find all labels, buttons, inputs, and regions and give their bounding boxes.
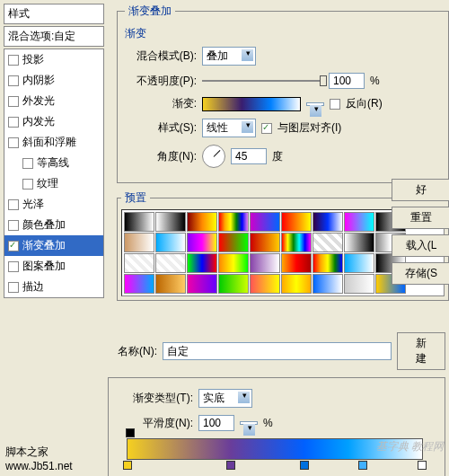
preset-swatch-24[interactable]	[313, 253, 343, 273]
style-label: 等高线	[37, 155, 69, 171]
preset-swatch-30[interactable]	[218, 274, 249, 294]
checkbox[interactable]	[8, 137, 19, 148]
preset-swatch-3[interactable]	[218, 212, 249, 232]
smooth-dropdown[interactable]	[240, 421, 258, 425]
checkbox[interactable]	[8, 220, 19, 231]
preset-swatch-15[interactable]	[313, 233, 343, 252]
save-button[interactable]: 存储(S	[392, 262, 449, 285]
preset-swatch-22[interactable]	[250, 253, 280, 273]
blend-options[interactable]: 混合选项:自定	[4, 26, 104, 47]
color-stop[interactable]	[300, 461, 309, 470]
style-item-纹理[interactable]: 纹理	[4, 173, 103, 194]
preset-swatch-0[interactable]	[124, 212, 154, 232]
group-legend: 渐变叠加	[125, 4, 175, 19]
preset-swatch-27[interactable]	[124, 274, 154, 294]
gradient-dropdown[interactable]	[306, 102, 324, 106]
preset-swatch-4[interactable]	[250, 212, 280, 232]
preset-swatch-13[interactable]	[250, 233, 280, 252]
style-item-投影[interactable]: 投影	[4, 49, 103, 70]
style-label: 颜色叠加	[22, 217, 66, 233]
preset-swatch-9[interactable]	[124, 233, 154, 252]
preset-swatch-32[interactable]	[281, 274, 312, 294]
angle-label: 角度(N):	[125, 149, 197, 164]
gradient-overlay-group: 渐变叠加 渐变 混合模式(B): 叠加 不透明度(P): 100 % 渐变: 反…	[117, 4, 449, 183]
reverse-checkbox[interactable]	[330, 99, 340, 110]
opacity-thumb[interactable]	[320, 75, 327, 86]
color-stop[interactable]	[418, 461, 427, 470]
style-item-描边[interactable]: 描边	[4, 277, 103, 297]
preset-swatch-12[interactable]	[218, 233, 249, 252]
angle-dial[interactable]	[202, 145, 225, 168]
checkbox[interactable]	[8, 55, 19, 66]
preset-swatch-29[interactable]	[187, 274, 217, 294]
new-button[interactable]: 新建	[397, 332, 445, 370]
reset-button[interactable]: 重置	[392, 207, 449, 229]
preset-swatch-7[interactable]	[344, 212, 374, 232]
preset-swatch-34[interactable]	[344, 274, 374, 294]
checkbox[interactable]	[8, 261, 19, 272]
checkbox[interactable]	[8, 241, 19, 251]
opacity-label: 不透明度(P):	[125, 74, 197, 89]
preset-swatch-14[interactable]	[281, 233, 312, 252]
grad-type-select[interactable]: 实底	[198, 389, 252, 408]
gradient-preview[interactable]	[202, 97, 301, 111]
opacity-input[interactable]: 100	[329, 73, 365, 89]
color-stop[interactable]	[358, 461, 367, 470]
preset-swatch-19[interactable]	[155, 253, 186, 273]
opacity-slider[interactable]	[202, 80, 323, 82]
checkbox[interactable]	[8, 117, 19, 128]
gradient-editor: 名称(N): 新建 渐变类型(T): 实底 平滑度(N): 100 % 色标	[108, 332, 445, 476]
gradient-label: 渐变:	[125, 96, 197, 111]
checkbox[interactable]	[8, 96, 19, 107]
color-stop[interactable]	[226, 461, 235, 470]
footer: 脚本之家 www.Jb51.net	[5, 445, 73, 472]
blend-mode-select[interactable]: 叠加	[202, 47, 256, 66]
style-label: 描边	[22, 279, 44, 295]
checkbox[interactable]	[8, 282, 19, 293]
style-item-光泽[interactable]: 光泽	[4, 194, 103, 215]
style-type-select[interactable]: 线性	[202, 119, 256, 137]
gradient-edit-group: 渐变类型(T): 实底 平滑度(N): 100 % 色标	[108, 377, 445, 476]
preset-swatch-5[interactable]	[281, 212, 312, 232]
opacity-stop[interactable]	[126, 428, 135, 437]
style-item-内发光[interactable]: 内发光	[4, 111, 103, 132]
checkbox[interactable]	[22, 179, 33, 190]
checkbox[interactable]	[8, 75, 19, 86]
preset-swatch-20[interactable]	[187, 253, 217, 273]
preset-swatch-33[interactable]	[313, 274, 343, 294]
color-stop[interactable]	[123, 461, 132, 470]
load-button[interactable]: 载入(L	[392, 234, 449, 257]
style-label: 渐变叠加	[22, 238, 66, 253]
preset-swatch-18[interactable]	[124, 253, 154, 273]
style-label: 纹理	[37, 176, 58, 191]
preset-swatch-25[interactable]	[344, 253, 374, 273]
style-item-渐变叠加[interactable]: 渐变叠加	[4, 235, 103, 256]
footer-line1: 脚本之家	[5, 445, 73, 460]
style-item-斜面和浮雕[interactable]: 斜面和浮雕	[4, 132, 103, 153]
style-item-外发光[interactable]: 外发光	[4, 91, 103, 111]
preset-swatch-11[interactable]	[187, 233, 217, 252]
style-item-图案叠加[interactable]: 图案叠加	[4, 256, 103, 277]
style-item-内阴影[interactable]: 内阴影	[4, 70, 103, 91]
name-input[interactable]	[163, 342, 392, 360]
preset-swatch-16[interactable]	[344, 233, 374, 252]
preset-swatch-2[interactable]	[187, 212, 217, 232]
style-type-label: 样式(S):	[125, 120, 197, 136]
preset-swatch-23[interactable]	[281, 253, 312, 273]
styles-sidebar: 样式 混合选项:自定 投影内阴影外发光内发光斜面和浮雕等高线纹理光泽颜色叠加渐变…	[4, 4, 104, 298]
angle-input[interactable]: 45	[231, 148, 267, 164]
style-item-等高线[interactable]: 等高线	[4, 153, 103, 173]
style-item-颜色叠加[interactable]: 颜色叠加	[4, 215, 103, 235]
opacity-unit: %	[370, 75, 380, 87]
checkbox[interactable]	[8, 199, 19, 210]
ok-button[interactable]: 好	[392, 179, 449, 201]
preset-swatch-10[interactable]	[155, 233, 186, 252]
checkbox[interactable]	[22, 158, 33, 169]
preset-swatch-6[interactable]	[313, 212, 343, 232]
preset-swatch-1[interactable]	[155, 212, 186, 232]
preset-swatch-28[interactable]	[155, 274, 186, 294]
smooth-input[interactable]: 100	[198, 415, 234, 431]
preset-swatch-31[interactable]	[250, 274, 280, 294]
preset-swatch-21[interactable]	[218, 253, 249, 273]
align-checkbox[interactable]	[261, 123, 272, 134]
